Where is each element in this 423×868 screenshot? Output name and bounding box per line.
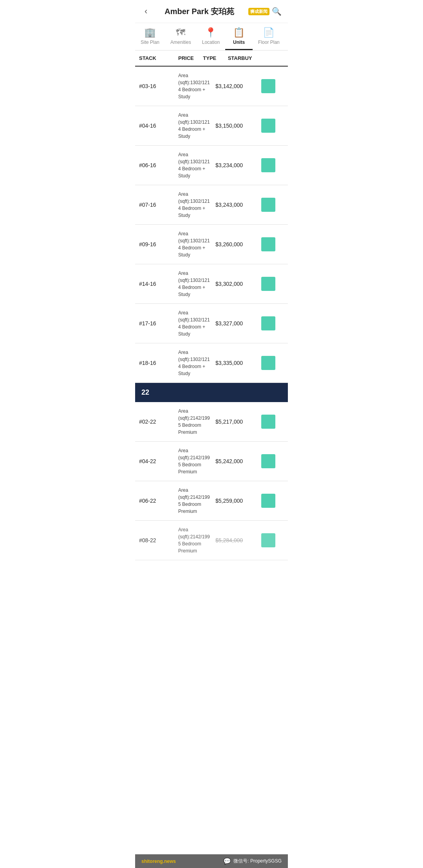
price-cell: $3,150,000 (215, 123, 253, 129)
price-cell: $3,234,000 (215, 162, 253, 168)
back-button[interactable]: ‹ (141, 5, 150, 18)
stack-cell: #06-16 (139, 162, 178, 168)
price-cell: $3,335,000 (215, 360, 253, 366)
starbuy-cell (253, 454, 284, 468)
starbuy-indicator (261, 415, 275, 429)
tab-location[interactable]: 📍 Location (197, 23, 225, 50)
page-title: Amber Park 安珀苑 (150, 6, 248, 17)
starbuy-cell (253, 316, 284, 330)
type-cell: Area (sqft):1302/121 4 Bedroom + Study (178, 230, 215, 258)
col-stack: STACK (139, 55, 178, 61)
starbuy-indicator (261, 454, 275, 468)
table-row[interactable]: #14-16 Area (sqft):1302/121 4 Bedroom + … (135, 264, 288, 304)
app-header: ‹ Amber Park 安珀苑 狮成新闻 🔍 (135, 0, 288, 23)
table-header: STACK PRICE TYPE STARBUY (135, 51, 288, 67)
stack-cell: #17-16 (139, 320, 178, 327)
stack-cell: #08-22 (139, 537, 178, 543)
units-icon: 📋 (233, 27, 245, 38)
units-table: #03-16 Area (sqft):1302/121 4 Bedroom + … (135, 67, 288, 560)
price-cell: $5,217,000 (215, 419, 253, 425)
starbuy-cell (253, 79, 284, 93)
price-cell: $5,259,000 (215, 498, 253, 504)
table-row[interactable]: #18-16 Area (sqft):1302/121 4 Bedroom + … (135, 343, 288, 383)
price-cell: $5,284,000 (215, 537, 253, 543)
brand-badge: 狮成新闻 (248, 8, 269, 15)
starbuy-cell (253, 198, 284, 212)
tab-floor-plan-label: Floor Plan (258, 40, 280, 45)
type-cell: Area (sqft):1302/121 4 Bedroom + Study (178, 270, 215, 298)
type-cell: Area (sqft):1302/121 4 Bedroom + Study (178, 72, 215, 100)
amenities-icon: 🗺 (176, 27, 185, 38)
tab-site-plan-label: Site Plan (141, 40, 159, 45)
starbuy-cell (253, 158, 284, 172)
tab-units[interactable]: 📋 Units (225, 23, 253, 50)
header-actions: 狮成新闻 🔍 (248, 7, 282, 16)
price-cell: $3,243,000 (215, 202, 253, 208)
starbuy-indicator (261, 533, 275, 547)
col-starbuy: STARBUY (228, 55, 253, 61)
starbuy-cell (253, 494, 284, 508)
location-icon: 📍 (205, 27, 217, 38)
table-row[interactable]: #06-22 Area (sqft):2142/199 5 Bedroom Pr… (135, 481, 288, 521)
stack-cell: #07-16 (139, 202, 178, 208)
type-cell: Area (sqft):2142/199 5 Bedroom Premium (178, 526, 215, 554)
tab-location-label: Location (202, 40, 220, 45)
starbuy-cell (253, 119, 284, 133)
price-cell: $5,242,000 (215, 458, 253, 464)
stack-cell: #09-16 (139, 241, 178, 247)
starbuy-indicator (261, 494, 275, 508)
stack-cell: #03-16 (139, 83, 178, 89)
tab-site-plan[interactable]: 🏢 Site Plan (135, 23, 165, 50)
col-type-label: TYPE (203, 55, 228, 61)
floor-plan-icon: 📄 (263, 27, 275, 38)
stack-group-header: 22 (135, 383, 288, 402)
table-row[interactable]: #07-16 Area (sqft):1302/121 4 Bedroom + … (135, 185, 288, 225)
type-cell: Area (sqft):2142/199 5 Bedroom Premium (178, 487, 215, 515)
price-cell: $3,260,000 (215, 241, 253, 247)
table-row[interactable]: #03-16 Area (sqft):1302/121 4 Bedroom + … (135, 67, 288, 106)
table-row[interactable]: #08-22 Area (sqft):2142/199 5 Bedroom Pr… (135, 521, 288, 560)
starbuy-indicator (261, 79, 275, 93)
stack-cell: #04-22 (139, 458, 178, 464)
table-row[interactable]: #04-16 Area (sqft):1302/121 4 Bedroom + … (135, 106, 288, 146)
tab-amenities[interactable]: 🗺 Amenities (165, 23, 197, 50)
col-price: PRICE (178, 55, 203, 61)
site-plan-icon: 🏢 (144, 27, 156, 38)
tab-units-label: Units (233, 40, 245, 45)
type-cell: Area (sqft):1302/121 4 Bedroom + Study (178, 151, 215, 179)
navigation-tabs: 🏢 Site Plan 🗺 Amenities 📍 Location 📋 Uni… (135, 23, 288, 51)
starbuy-cell (253, 237, 284, 251)
stack-cell: #02-22 (139, 419, 178, 425)
table-row[interactable]: #17-16 Area (sqft):1302/121 4 Bedroom + … (135, 304, 288, 343)
price-cell: $3,327,000 (215, 320, 253, 327)
search-icon[interactable]: 🔍 (272, 7, 282, 16)
type-cell: Area (sqft):2142/199 5 Bedroom Premium (178, 447, 215, 475)
type-cell: Area (sqft):2142/199 5 Bedroom Premium (178, 408, 215, 436)
table-row[interactable]: #02-22 Area (sqft):2142/199 5 Bedroom Pr… (135, 402, 288, 442)
stack-cell: #06-22 (139, 498, 178, 504)
starbuy-cell (253, 277, 284, 291)
price-cell: $3,302,000 (215, 281, 253, 287)
stack-cell: #18-16 (139, 360, 178, 366)
starbuy-indicator (261, 119, 275, 133)
table-row[interactable]: #04-22 Area (sqft):2142/199 5 Bedroom Pr… (135, 442, 288, 481)
starbuy-indicator (261, 158, 275, 172)
type-cell: Area (sqft):1302/121 4 Bedroom + Study (178, 309, 215, 337)
table-row[interactable]: #09-16 Area (sqft):1302/121 4 Bedroom + … (135, 225, 288, 264)
price-cell: $3,142,000 (215, 83, 253, 89)
tab-amenities-label: Amenities (170, 40, 191, 45)
starbuy-indicator (261, 277, 275, 291)
starbuy-indicator (261, 356, 275, 370)
type-cell: Area (sqft):1302/121 4 Bedroom + Study (178, 349, 215, 377)
starbuy-cell (253, 533, 284, 547)
starbuy-cell (253, 415, 284, 429)
type-cell: Area (sqft):1302/121 4 Bedroom + Study (178, 191, 215, 219)
stack-cell: #14-16 (139, 281, 178, 287)
starbuy-cell (253, 356, 284, 370)
table-row[interactable]: #06-16 Area (sqft):1302/121 4 Bedroom + … (135, 146, 288, 185)
stack-cell: #04-16 (139, 123, 178, 129)
tab-floor-plan[interactable]: 📄 Floor Plan (253, 23, 285, 50)
starbuy-indicator (261, 198, 275, 212)
starbuy-indicator (261, 237, 275, 251)
type-cell: Area (sqft):1302/121 4 Bedroom + Study (178, 112, 215, 140)
